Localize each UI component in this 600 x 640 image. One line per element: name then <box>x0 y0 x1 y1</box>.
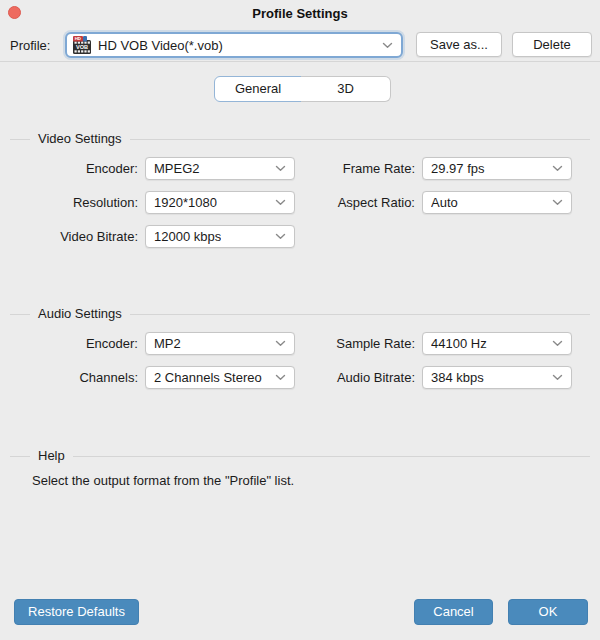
video-settings-title: Video Settings <box>30 131 130 147</box>
resolution-value: 1920*1080 <box>154 195 217 210</box>
tab-3d[interactable]: 3D <box>301 76 391 102</box>
aspect-ratio-label: Aspect Ratio: <box>300 191 415 214</box>
profile-combobox-value: HD VOB Video(*.vob) <box>98 38 382 53</box>
profile-combobox[interactable]: VOB HD HD VOB Video(*.vob) <box>65 32 403 58</box>
profile-settings-dialog: Profile Settings Profile: VOB HD HD VOB … <box>0 0 600 640</box>
video-encoder-value: MPEG2 <box>154 161 200 176</box>
video-encoder-label: Encoder: <box>0 157 138 180</box>
cancel-button[interactable]: Cancel <box>414 599 493 625</box>
frame-rate-value: 29.97 fps <box>431 161 485 176</box>
audio-encoder-label: Encoder: <box>0 332 138 355</box>
divider <box>130 139 590 140</box>
sample-rate-value: 44100 Hz <box>431 336 487 351</box>
divider <box>10 456 30 457</box>
chevron-down-icon <box>275 165 286 172</box>
chevron-down-icon <box>382 42 393 49</box>
sample-rate-label: Sample Rate: <box>300 332 415 355</box>
resolution-label: Resolution: <box>0 191 138 214</box>
chevron-down-icon <box>275 233 286 240</box>
chevron-down-icon <box>275 374 286 381</box>
save-as-button[interactable]: Save as... <box>416 32 502 57</box>
dialog-title: Profile Settings <box>0 5 600 23</box>
divider <box>130 314 590 315</box>
video-bitrate-value: 12000 kbps <box>154 229 221 244</box>
frame-rate-label: Frame Rate: <box>300 157 415 180</box>
divider <box>10 139 30 140</box>
audio-bitrate-value: 384 kbps <box>431 370 484 385</box>
audio-settings-title: Audio Settings <box>30 306 130 322</box>
video-bitrate-dropdown[interactable]: 12000 kbps <box>145 225 295 248</box>
aspect-ratio-dropdown[interactable]: Auto <box>422 191 572 214</box>
channels-label: Channels: <box>0 366 138 389</box>
vob-icon-badge: HD <box>75 36 81 41</box>
ok-button[interactable]: OK <box>508 599 588 625</box>
audio-bitrate-label: Audio Bitrate: <box>300 366 415 389</box>
divider <box>73 456 590 457</box>
video-encoder-dropdown[interactable]: MPEG2 <box>145 157 295 180</box>
frame-rate-dropdown[interactable]: 29.97 fps <box>422 157 572 180</box>
help-text: Select the output format from the "Profi… <box>32 472 294 490</box>
channels-dropdown[interactable]: 2 Channels Stereo <box>145 366 295 389</box>
sample-rate-dropdown[interactable]: 44100 Hz <box>422 332 572 355</box>
audio-encoder-value: MP2 <box>154 336 181 351</box>
restore-defaults-button[interactable]: Restore Defaults <box>14 599 139 625</box>
resolution-dropdown[interactable]: 1920*1080 <box>145 191 295 214</box>
video-bitrate-label: Video Bitrate: <box>0 225 138 248</box>
audio-encoder-dropdown[interactable]: MP2 <box>145 332 295 355</box>
title-bar: Profile Settings <box>0 0 600 26</box>
chevron-down-icon <box>552 374 563 381</box>
divider <box>0 61 600 62</box>
help-title: Help <box>30 448 73 464</box>
divider <box>10 314 30 315</box>
profile-label: Profile: <box>10 33 50 58</box>
delete-button[interactable]: Delete <box>512 32 592 57</box>
chevron-down-icon <box>552 340 563 347</box>
chevron-down-icon <box>552 199 563 206</box>
channels-value: 2 Channels Stereo <box>154 370 262 385</box>
audio-settings-header: Audio Settings <box>10 306 590 322</box>
chevron-down-icon <box>275 340 286 347</box>
vob-file-icon: VOB HD <box>72 36 92 55</box>
help-header: Help <box>10 448 590 464</box>
vob-icon-text: VOB <box>76 44 88 50</box>
chevron-down-icon <box>275 199 286 206</box>
audio-bitrate-dropdown[interactable]: 384 kbps <box>422 366 572 389</box>
tab-general[interactable]: General <box>214 76 302 102</box>
aspect-ratio-value: Auto <box>431 195 458 210</box>
video-settings-header: Video Settings <box>10 131 590 147</box>
chevron-down-icon <box>552 165 563 172</box>
